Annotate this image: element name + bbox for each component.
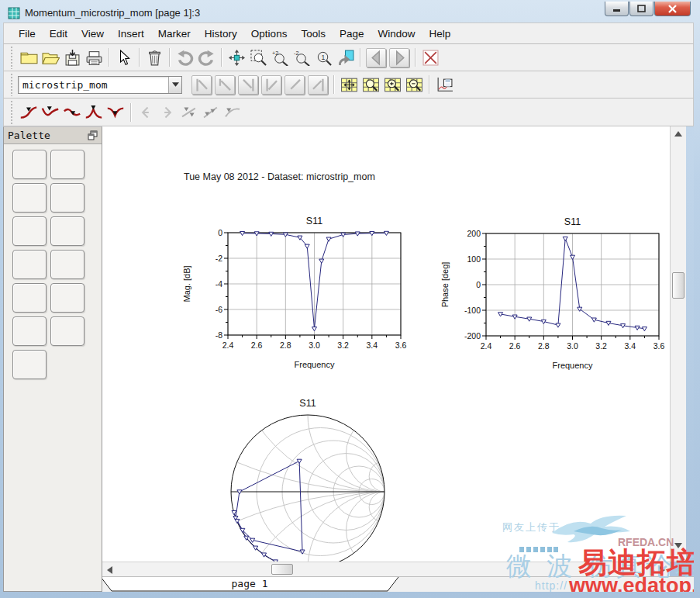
print-icon bbox=[85, 50, 103, 66]
mag-plot[interactable]: 2.42.62.83.03.23.43.60-2-4-6-8S11Frequen… bbox=[180, 209, 412, 372]
horizontal-scroll-thumb[interactable] bbox=[271, 564, 293, 575]
horizontal-scrollbar[interactable] bbox=[102, 562, 670, 576]
chevron-down-icon[interactable] bbox=[168, 77, 181, 93]
palette-header: Palette bbox=[4, 127, 102, 144]
gray-marker2-icon bbox=[201, 105, 221, 119]
toolbar-grip[interactable] bbox=[10, 100, 14, 124]
palette-item-equation[interactable]: Eqn bbox=[12, 250, 47, 279]
scroll-left-icon[interactable] bbox=[107, 566, 112, 574]
marker-to-max-button bbox=[200, 102, 222, 123]
svg-text:2.4: 2.4 bbox=[481, 341, 492, 351]
new-button[interactable] bbox=[18, 47, 40, 68]
svg-text:1: 1 bbox=[321, 53, 325, 60]
palette-item-arrow-outline[interactable] bbox=[50, 283, 84, 313]
menu-view[interactable]: View bbox=[74, 25, 111, 43]
dataset-header-text[interactable]: Tue May 08 2012 - Dataset: microstrip_mo… bbox=[184, 171, 375, 182]
toolbar-grip[interactable] bbox=[10, 46, 14, 69]
svg-text:Phase [deg]: Phase [deg] bbox=[440, 262, 450, 308]
zoom-in-2x-button[interactable]: +2 bbox=[269, 47, 291, 68]
palette-float-icon[interactable] bbox=[88, 130, 98, 140]
move-button[interactable] bbox=[226, 47, 247, 68]
select-button[interactable] bbox=[113, 47, 135, 68]
menu-window[interactable]: Window bbox=[371, 25, 422, 43]
canvas[interactable]: Tue May 08 2012 - Dataset: microstrip_mo… bbox=[102, 126, 670, 562]
menu-tools[interactable]: Tools bbox=[294, 25, 333, 43]
dataset-select[interactable]: microstrip_mom bbox=[18, 76, 182, 94]
zoom-actual-button[interactable]: 1 bbox=[312, 47, 334, 68]
folder-open-icon bbox=[42, 50, 60, 66]
smith-chart-plot[interactable]: S11 bbox=[226, 395, 397, 562]
zoom-area-button[interactable] bbox=[247, 47, 269, 68]
scroll-right-icon[interactable] bbox=[660, 566, 665, 574]
marker-min-button[interactable] bbox=[40, 102, 61, 123]
marker-to-min-button bbox=[222, 102, 243, 123]
print-button[interactable] bbox=[83, 47, 105, 68]
menu-edit[interactable]: Edit bbox=[43, 25, 74, 43]
svg-text:-8: -8 bbox=[216, 330, 222, 340]
marker-dip-button[interactable] bbox=[61, 102, 83, 123]
palette-item-polar-plot[interactable] bbox=[12, 183, 47, 213]
palette-item-stacked-plot[interactable] bbox=[12, 216, 47, 246]
nav-right-icon bbox=[391, 50, 409, 66]
minimize-button[interactable] bbox=[605, 2, 629, 16]
svg-text:0: 0 bbox=[476, 280, 481, 289]
svg-text:-6: -6 bbox=[216, 305, 222, 314]
menu-marker[interactable]: Marker bbox=[151, 25, 198, 43]
delete-page-button[interactable] bbox=[419, 47, 441, 68]
page-tab[interactable]: page 1 bbox=[102, 577, 399, 592]
menu-help[interactable]: Help bbox=[422, 25, 457, 43]
palette-item-rectangular-plot[interactable] bbox=[50, 150, 84, 179]
save-button[interactable] bbox=[61, 47, 83, 68]
svg-text:S11: S11 bbox=[564, 216, 581, 227]
palette-item-circle[interactable] bbox=[50, 316, 84, 346]
trace2-icon bbox=[216, 77, 234, 93]
marker-peak-button[interactable] bbox=[83, 102, 105, 123]
palette-item-line[interactable] bbox=[50, 250, 84, 279]
palette-item-select[interactable] bbox=[12, 150, 47, 179]
palette-title: Palette bbox=[8, 130, 50, 141]
plot-zoom-out-button[interactable] bbox=[403, 74, 425, 95]
svg-text:3.0: 3.0 bbox=[567, 341, 578, 351]
delete-button[interactable] bbox=[143, 47, 165, 68]
view-page-button[interactable] bbox=[334, 47, 356, 68]
undo-button bbox=[174, 47, 195, 68]
vertical-scroll-thumb[interactable] bbox=[672, 272, 684, 299]
toolbar-separator bbox=[333, 75, 334, 94]
palette-item-rectangle[interactable] bbox=[12, 316, 47, 346]
vertical-scrollbar[interactable] bbox=[670, 126, 686, 562]
trace-prev-major-button bbox=[215, 75, 235, 95]
palette-item-arrow-filled[interactable] bbox=[12, 283, 47, 313]
trace3-icon bbox=[240, 77, 257, 93]
svg-text:0: 0 bbox=[218, 228, 222, 237]
menu-page[interactable]: Page bbox=[333, 25, 371, 43]
scroll-down-icon[interactable] bbox=[674, 543, 682, 548]
maximize-button[interactable] bbox=[629, 2, 653, 16]
toolbar-grip[interactable] bbox=[10, 73, 14, 96]
palette-item-text[interactable]: A bbox=[12, 350, 47, 379]
palette-item-smith-chart[interactable] bbox=[50, 183, 84, 213]
zoom-out-2x-button[interactable]: -2 bbox=[291, 47, 312, 68]
palette-item-list-plot[interactable]: 12345678 bbox=[50, 216, 84, 246]
plot-zoom-in-button[interactable] bbox=[381, 74, 403, 95]
phase-plot[interactable]: 2.42.62.83.03.23.43.62001000-100-200S11F… bbox=[438, 209, 670, 372]
plot-toolbar: microstrip_mom bbox=[3, 71, 694, 99]
menu-options[interactable]: Options bbox=[244, 25, 295, 43]
svg-text:2.8: 2.8 bbox=[538, 341, 550, 351]
app-window: Momentum_microstrip_mom [page 1]:3 FileE… bbox=[0, 0, 700, 598]
menu-insert[interactable]: Insert bbox=[111, 25, 151, 43]
svg-text:3.4: 3.4 bbox=[367, 340, 378, 350]
close-button[interactable] bbox=[654, 2, 691, 16]
svg-text:3.0: 3.0 bbox=[309, 340, 320, 350]
plot-zoom-window-button[interactable] bbox=[360, 74, 381, 95]
insert-plot-button[interactable] bbox=[433, 74, 455, 95]
menu-history[interactable]: History bbox=[198, 25, 244, 43]
menu-file[interactable]: File bbox=[12, 25, 43, 43]
open-button[interactable] bbox=[40, 47, 61, 68]
marker-new-button[interactable] bbox=[18, 102, 40, 123]
marker-valley-button[interactable] bbox=[105, 102, 126, 123]
trace-next-major-button bbox=[284, 75, 305, 95]
toolbar-separator bbox=[139, 48, 140, 67]
plot-fit-view-button[interactable] bbox=[338, 74, 360, 95]
grid-zoom-out-icon bbox=[405, 77, 423, 93]
scroll-up-icon[interactable] bbox=[674, 131, 682, 137]
